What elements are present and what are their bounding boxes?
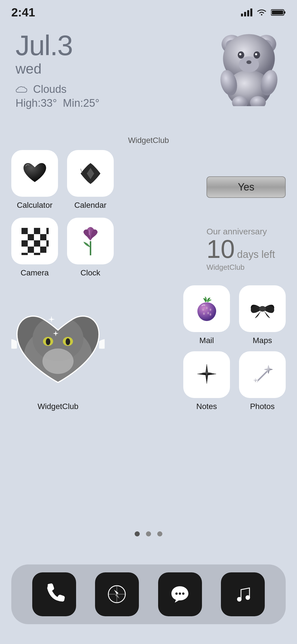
app-grid-right: Mail	[183, 285, 286, 411]
camera-icon-bg	[11, 218, 58, 264]
photos-icon-bg	[239, 351, 286, 398]
svg-point-16	[239, 53, 242, 55]
svg-rect-30	[28, 240, 34, 247]
svg-point-67	[237, 597, 242, 602]
yes-button[interactable]: Yes	[206, 176, 286, 198]
svg-point-18	[246, 60, 251, 64]
svg-point-58	[259, 306, 266, 312]
app-item-clock[interactable]: Clock	[67, 218, 114, 277]
mail-icon-bg	[183, 285, 230, 332]
svg-rect-22	[40, 228, 46, 234]
svg-point-17	[255, 53, 257, 55]
svg-rect-29	[21, 240, 28, 247]
dock	[11, 564, 286, 624]
gummy-bear-svg	[212, 27, 286, 106]
mini-row-2: Notes	[183, 351, 286, 411]
app-row-2: Camera Clock	[11, 218, 286, 277]
svg-line-60	[257, 373, 266, 382]
calculator-icon	[21, 159, 49, 188]
messages-icon	[168, 582, 192, 606]
svg-rect-40	[28, 253, 34, 255]
svg-point-55	[203, 313, 205, 315]
svg-rect-1	[244, 12, 246, 16]
svg-rect-19	[21, 228, 28, 234]
svg-point-64	[175, 592, 178, 595]
svg-point-51	[42, 348, 74, 374]
calendar-label: Calendar	[74, 201, 107, 210]
calculator-icon-bg	[11, 150, 58, 197]
calendar-icon	[75, 158, 106, 189]
status-bar: 2:41	[0, 0, 297, 20]
app-item-calculator[interactable]: Calculator	[11, 150, 58, 210]
svg-point-65	[179, 592, 181, 595]
anniversary-days-text: days left	[237, 249, 275, 260]
svg-rect-35	[28, 247, 34, 253]
safari-icon	[105, 582, 129, 606]
anniversary-days-row: 10 days left	[206, 236, 275, 262]
dock-item-music[interactable]	[221, 572, 265, 616]
app-item-photos[interactable]: Photos	[239, 351, 286, 411]
page-dots	[0, 531, 297, 536]
app-item-calendar[interactable]: Calendar	[67, 150, 114, 210]
svg-rect-37	[40, 247, 46, 253]
notes-icon-bg	[183, 351, 230, 398]
cat-icon-container	[11, 305, 105, 398]
music-icon	[231, 582, 255, 606]
maps-icon	[247, 293, 278, 324]
svg-rect-26	[34, 234, 40, 240]
app-row-1: Calculator Calendar Yes	[11, 150, 286, 210]
svg-rect-21	[34, 228, 40, 234]
svg-rect-38	[46, 247, 49, 253]
yes-widget[interactable]: Yes	[206, 176, 286, 198]
photos-label: Photos	[250, 402, 275, 411]
svg-rect-28	[46, 234, 49, 240]
svg-point-54	[210, 309, 211, 311]
svg-rect-25	[28, 234, 34, 240]
photos-icon	[247, 359, 278, 390]
anniversary-widgetclub: WidgetClub	[206, 263, 244, 272]
cloud-icon	[16, 85, 28, 94]
svg-rect-0	[241, 14, 243, 16]
page-dot-1	[135, 531, 140, 536]
svg-rect-27	[40, 234, 46, 240]
app-grid: Calculator Calendar Yes	[11, 150, 286, 419]
phone-icon	[42, 582, 66, 606]
svg-rect-39	[21, 253, 28, 255]
svg-point-57	[210, 313, 211, 316]
signal-icon	[241, 8, 252, 16]
calculator-label: Calculator	[17, 201, 52, 210]
dock-item-safari[interactable]	[95, 572, 139, 616]
mini-row-1: Mail	[183, 285, 286, 345]
clock-icon-bg	[67, 218, 114, 264]
svg-rect-2	[247, 10, 249, 16]
cat-heart-svg	[11, 305, 105, 392]
svg-rect-31	[34, 240, 40, 247]
app-item-maps[interactable]: Maps	[239, 285, 286, 345]
notes-label: Notes	[196, 402, 217, 411]
page-dot-3	[157, 531, 162, 536]
camera-label: Camera	[21, 268, 49, 277]
svg-rect-24	[21, 234, 28, 240]
app-item-mail[interactable]: Mail	[183, 285, 230, 345]
maps-icon-bg	[239, 285, 286, 332]
calendar-icon-bg	[67, 150, 114, 197]
svg-point-66	[182, 592, 184, 595]
app-item-notes[interactable]: Notes	[183, 351, 230, 411]
gummy-bear-widget	[212, 27, 286, 106]
app-item-camera[interactable]: Camera	[11, 218, 58, 277]
mail-icon	[191, 293, 222, 324]
svg-rect-3	[250, 8, 252, 16]
svg-rect-5	[284, 11, 285, 14]
svg-rect-33	[46, 240, 49, 247]
dock-item-phone[interactable]	[32, 572, 76, 616]
maps-label: Maps	[253, 336, 272, 345]
svg-point-50	[66, 338, 70, 345]
svg-rect-32	[40, 240, 46, 247]
notes-icon	[191, 359, 222, 390]
clock-label: Clock	[80, 268, 100, 277]
cat-widget[interactable]: WidgetClub	[11, 305, 105, 411]
cat-widget-label: WidgetClub	[38, 402, 79, 411]
dock-item-messages[interactable]	[158, 572, 202, 616]
svg-rect-20	[28, 228, 34, 234]
weather-condition: Clouds	[33, 83, 66, 95]
